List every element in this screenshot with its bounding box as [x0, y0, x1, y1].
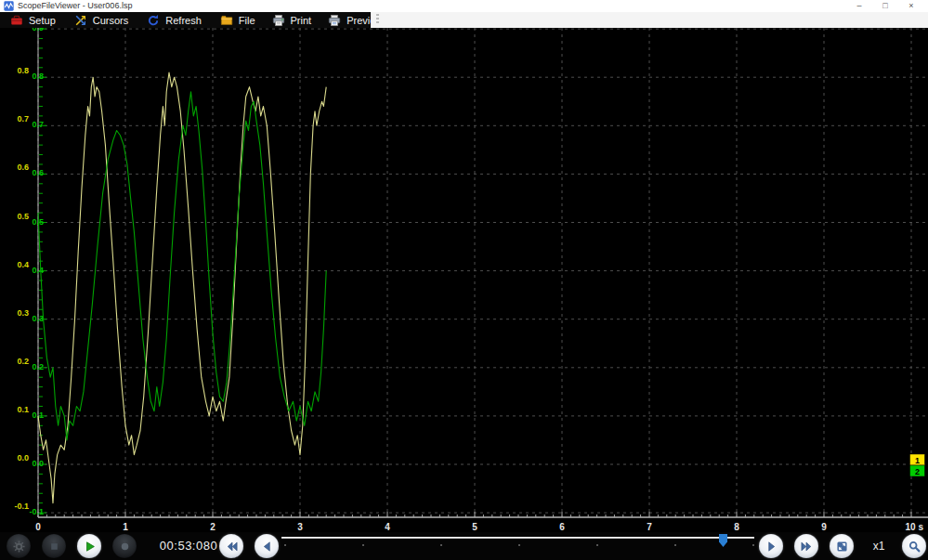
channel-1-trace [38, 72, 326, 503]
y-tick-label-ch1: 0.1 [17, 405, 29, 414]
y-tick-label-ch2: 0.0 [32, 459, 44, 468]
window-title: ScopeFileViewer - User006.lsp [18, 0, 846, 12]
print-icon [272, 14, 285, 27]
x-tick-label: 7 [647, 522, 652, 532]
skip-start-button[interactable] [219, 534, 243, 558]
y-tick-label-ch2: 0.1 [32, 410, 44, 420]
titlebar: ScopeFileViewer - User006.lsp – □ × [0, 0, 928, 12]
fast-forward-button[interactable] [794, 534, 818, 558]
x-tick-label: 2 [210, 522, 216, 532]
x-tick-label: 5 [472, 522, 477, 532]
y-tick-label-ch2: 0.9 [32, 28, 44, 33]
x-tick-label: 0 [35, 522, 41, 532]
y-tick-label-ch1: 0.6 [17, 163, 29, 172]
y-tick-label-ch1: 0.2 [17, 357, 29, 366]
slider-track[interactable] [281, 537, 754, 539]
x-tick-label: 3 [297, 522, 303, 532]
play-button[interactable] [77, 534, 101, 558]
stop-button[interactable] [42, 534, 66, 558]
channel-1-badge-label: 1 [915, 456, 920, 465]
slider-tick [284, 544, 286, 546]
slider-tick [362, 544, 364, 546]
x-tick-label: 1 [123, 522, 128, 532]
y-tick-label-ch2: -0.1 [29, 507, 44, 516]
gear-icon [12, 540, 26, 553]
chart-area[interactable]: 0.90.80.80.70.70.60.60.50.50.40.40.30.30… [0, 28, 928, 532]
left-arrow-icon [260, 540, 274, 553]
slider-thumb[interactable] [719, 534, 727, 547]
app-icon [4, 1, 14, 11]
slider-tick [596, 544, 598, 546]
y-tick-label-ch2: 0.4 [32, 266, 44, 275]
toolbar: SetupCursorsRefreshFilePrintPreview [0, 12, 372, 28]
y-tick-label-ch1: 0.8 [17, 66, 29, 75]
y-tick-label-ch1: 0.4 [17, 260, 29, 269]
y-tick-label-ch1: 0.5 [17, 212, 29, 221]
expand-arrows-icon [835, 540, 849, 553]
close-button[interactable]: × [898, 0, 924, 12]
toolbar-button-label: Print [291, 15, 312, 26]
right-arrow-icon [765, 540, 778, 553]
zoom-tool-button[interactable] [902, 534, 926, 558]
scope-file-viewer-window: ScopeFileViewer - User006.lsp – □ × Setu… [0, 0, 928, 560]
toolbar-button-label: Cursors [93, 15, 129, 26]
settings-button[interactable] [7, 534, 31, 558]
preview-icon [328, 14, 341, 27]
y-tick-label-ch2: 0.8 [32, 72, 44, 81]
time-display: 00:53:080 [158, 539, 219, 553]
toolbar-button-label: File [239, 15, 255, 26]
channel-2-badge-label: 2 [915, 467, 920, 476]
slider-tick [518, 544, 520, 546]
slider-tick [752, 544, 754, 546]
x-tick-label: 4 [385, 522, 390, 532]
step-back-button[interactable] [255, 534, 279, 558]
y-tick-label-ch2: 0.3 [32, 314, 44, 323]
double-right-arrow-icon [800, 540, 814, 553]
toolbar-button-file[interactable]: File [212, 12, 264, 28]
x-tick-label: 8 [734, 522, 739, 532]
refresh-icon [147, 14, 160, 27]
folder-icon [220, 14, 233, 27]
toolbar-button-label: Refresh [165, 15, 202, 26]
zoom-factor-label: x1 [866, 540, 892, 553]
double-left-arrow-icon [225, 540, 239, 553]
window-controls: – □ × [846, 0, 924, 12]
toolbar-empty-area [372, 12, 928, 28]
x-tick-label: 10 s [906, 522, 924, 532]
y-tick-label-ch1: -0.1 [14, 501, 29, 511]
play-icon [83, 540, 97, 553]
toolbar-button-label: Setup [29, 15, 56, 26]
toolbar-button-setup[interactable]: Setup [2, 12, 64, 28]
cursors-icon [74, 14, 87, 27]
scope-plot: 0.90.80.80.70.70.60.60.50.50.40.40.30.30… [0, 28, 928, 532]
step-forward-button[interactable] [759, 534, 783, 558]
y-tick-label-ch1: 0.7 [17, 114, 29, 124]
toolbox-icon [10, 14, 23, 27]
slider-tick [440, 544, 442, 546]
x-tick-label: 9 [821, 522, 827, 532]
minimize-button[interactable]: – [846, 0, 872, 12]
transport-bar: 00:53:080 x1 [0, 532, 928, 560]
maximize-button[interactable]: □ [872, 0, 898, 12]
toolbar-grip[interactable] [376, 14, 379, 25]
slider-tick [674, 544, 676, 546]
y-tick-label-ch2: 0.6 [32, 168, 44, 177]
toolbar-button-cursors[interactable]: Cursors [66, 12, 137, 28]
toolbar-button-print[interactable]: Print [264, 12, 320, 28]
toolbar-row: SetupCursorsRefreshFilePrintPreview [0, 12, 928, 28]
y-tick-label-ch1: 0.0 [17, 453, 29, 462]
stop-icon [47, 540, 61, 553]
y-tick-label-ch1: 0.3 [17, 308, 29, 318]
record-button[interactable] [112, 534, 137, 558]
x-tick-label: 6 [559, 522, 565, 532]
position-slider[interactable] [281, 532, 754, 560]
channel-2-trace [38, 92, 326, 440]
y-tick-label-ch2: 0.7 [32, 120, 44, 129]
magnifier-icon [908, 540, 921, 553]
y-tick-label-ch2: 0.2 [32, 362, 44, 371]
fit-view-button[interactable] [830, 534, 854, 558]
toolbar-button-refresh[interactable]: Refresh [138, 12, 210, 28]
record-icon [118, 540, 132, 553]
